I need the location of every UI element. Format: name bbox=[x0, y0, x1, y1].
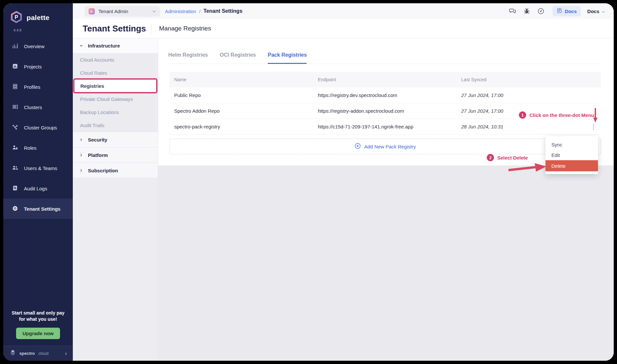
docs-dropdown-label: Docs bbox=[587, 9, 599, 14]
breadcrumb: Administration / Tenant Settings bbox=[165, 8, 242, 14]
annotation-arrow-down-icon bbox=[593, 107, 598, 125]
nav-item-private-cloud-gateways[interactable]: Private Cloud Gateways bbox=[73, 92, 158, 105]
tab-pack-registries[interactable]: Pack Registries bbox=[268, 52, 307, 64]
registry-endpoint: https://registry-addon.spectrocloud.com bbox=[318, 108, 461, 114]
brand-name: palette bbox=[27, 14, 50, 22]
cluster-groups-network-icon bbox=[12, 124, 18, 131]
table-header-row: Name Endpoint Last Synced bbox=[170, 72, 601, 87]
nav-group-platform[interactable]: Platform bbox=[73, 147, 158, 163]
tab-helm-registries[interactable]: Helm Registries bbox=[168, 52, 208, 64]
chevron-right-icon bbox=[79, 152, 83, 158]
sidebar-item-audit-logs[interactable]: Audit Logs bbox=[3, 178, 73, 199]
sidebar: P palette 4.4.9 Overview Projects Profil… bbox=[3, 3, 73, 361]
app-window: P palette 4.4.9 Overview Projects Profil… bbox=[3, 3, 614, 361]
sidebar-item-overview[interactable]: Overview bbox=[3, 36, 73, 56]
sidebar-item-users-teams[interactable]: Users & Teams bbox=[3, 158, 73, 178]
gear-icon: ⚙ bbox=[12, 205, 18, 212]
sidebar-item-projects[interactable]: Projects bbox=[3, 56, 73, 77]
plus-circle-icon bbox=[355, 143, 361, 150]
context-menu-sync[interactable]: Sync bbox=[545, 139, 598, 150]
registry-name: spectro-pack-registry bbox=[170, 124, 318, 129]
promo-line: Start small and only pay bbox=[7, 310, 69, 316]
annotation-arrow-right-icon bbox=[508, 161, 547, 173]
registry-name: Public Repo bbox=[170, 92, 318, 98]
context-menu-delete[interactable]: Delete bbox=[545, 160, 598, 171]
nav-item-label: Audit Trails bbox=[80, 123, 104, 128]
project-scope-selector[interactable]: Tenant Admin bbox=[85, 6, 160, 17]
nav-item-label: Registries bbox=[80, 83, 104, 89]
registry-endpoint: https://registry.dev.spectrocloud.com bbox=[318, 92, 461, 98]
spectro-cloud-logo-icon bbox=[9, 349, 16, 358]
column-header-endpoint: Endpoint bbox=[318, 77, 461, 82]
docs-book-icon bbox=[557, 8, 562, 14]
nav-item-cloud-accounts[interactable]: Cloud Accounts bbox=[73, 53, 158, 66]
nav-group-security[interactable]: Security bbox=[73, 132, 158, 147]
promo-line: for what you use! bbox=[7, 316, 69, 322]
chevron-down-icon bbox=[79, 43, 83, 48]
annotation-step-2: 2 Select Delete bbox=[487, 154, 528, 161]
registry-name: Spectro Addon Repo bbox=[170, 108, 318, 114]
registry-endpoint: https://c15d-71-209-197-141.ngrok-free.a… bbox=[318, 124, 461, 129]
page-title: Tenant Settings bbox=[73, 24, 151, 34]
context-menu-edit[interactable]: Edit bbox=[545, 150, 598, 160]
nav-item-label: Cloud Accounts bbox=[80, 57, 114, 63]
sidebar-item-label: Profiles bbox=[24, 84, 40, 90]
pack-registries-table: Name Endpoint Last Synced Public Repo ht… bbox=[170, 72, 601, 135]
sidebar-item-label: Tenant Settings bbox=[24, 206, 60, 212]
sidebar-item-label: Audit Logs bbox=[24, 186, 47, 191]
sidebar-item-tenant-settings[interactable]: ⚙ Tenant Settings bbox=[3, 199, 73, 219]
nav-item-audit-trails[interactable]: Audit Trails bbox=[73, 119, 158, 132]
sidebar-item-label: Projects bbox=[24, 64, 42, 69]
bug-report-icon[interactable] bbox=[522, 8, 531, 15]
feedback-chat-icon[interactable] bbox=[508, 8, 517, 15]
column-header-name: Name bbox=[170, 77, 318, 82]
nav-item-backup-locations[interactable]: Backup Locations bbox=[73, 105, 158, 119]
sidebar-item-cluster-groups[interactable]: Cluster Groups bbox=[3, 117, 73, 138]
footer-brand-light: cloud bbox=[38, 351, 49, 356]
sidebar-item-roles[interactable]: Roles bbox=[3, 138, 73, 158]
palette-hexagon-logo-icon: P bbox=[10, 10, 23, 25]
column-header-last-synced: Last Synced bbox=[461, 77, 563, 82]
audit-logs-search-doc-icon bbox=[12, 185, 18, 192]
sidebar-item-label: Roles bbox=[24, 145, 36, 151]
step-2-badge: 2 bbox=[487, 154, 494, 161]
sidebar-item-clusters[interactable]: Clusters bbox=[3, 97, 73, 117]
content-area: Infrastructure Cloud Accounts Cloud Rate… bbox=[73, 38, 614, 361]
sidebar-item-profiles[interactable]: Profiles bbox=[3, 77, 73, 97]
nav-item-cloud-rates[interactable]: Cloud Rates bbox=[73, 66, 158, 79]
nav-group-infrastructure[interactable]: Infrastructure bbox=[73, 38, 158, 53]
footer-brand: spectro bbox=[19, 351, 35, 356]
docs-button-label: Docs bbox=[565, 9, 577, 14]
add-button-label: Add New Pack Registry bbox=[364, 144, 416, 149]
docs-dropdown[interactable]: Docs bbox=[587, 9, 605, 14]
brand-logo: P palette bbox=[3, 3, 73, 25]
roles-person-lock-icon bbox=[12, 144, 18, 152]
upgrade-now-button[interactable]: Upgrade now bbox=[16, 328, 60, 339]
project-scope-label: Tenant Admin bbox=[98, 9, 128, 14]
chevron-down-icon bbox=[602, 9, 605, 14]
sidebar-item-label: Cluster Groups bbox=[24, 125, 57, 130]
step-1-badge: 1 bbox=[519, 111, 526, 119]
tab-oci-registries[interactable]: OCI Registries bbox=[220, 52, 256, 64]
chevron-right-icon bbox=[79, 137, 83, 143]
nav-group-label: Platform bbox=[88, 152, 108, 158]
nav-group-subscription[interactable]: Subscription bbox=[73, 163, 158, 178]
collapse-sidebar-icon[interactable]: ‹ bbox=[65, 350, 67, 357]
add-new-pack-registry-button[interactable]: Add New Pack Registry bbox=[170, 139, 601, 154]
nav-group-label: Infrastructure bbox=[88, 43, 120, 48]
topbar: Tenant Admin Administration / Tenant Set… bbox=[73, 3, 614, 19]
registries-panel: Helm Registries OCI Registries Pack Regi… bbox=[158, 38, 614, 361]
nav-group-label: Security bbox=[88, 137, 107, 143]
nav-item-registries-highlighted[interactable]: Registries bbox=[73, 78, 157, 93]
sidebar-item-label: Users & Teams bbox=[24, 165, 57, 171]
settings-nav: Infrastructure Cloud Accounts Cloud Rate… bbox=[73, 38, 158, 361]
breadcrumb-administration-link[interactable]: Administration bbox=[165, 9, 196, 14]
three-dot-menu-icon[interactable]: ⋮ bbox=[590, 125, 601, 129]
table-row: Public Repo https://registry.dev.spectro… bbox=[170, 87, 601, 103]
docs-panel-button[interactable]: Docs bbox=[552, 6, 581, 16]
help-compass-icon[interactable] bbox=[536, 8, 545, 15]
annotation-step-1: 1 Click on the three-dot Menu bbox=[519, 111, 594, 119]
nav-item-label: Cloud Rates bbox=[80, 70, 107, 76]
page-header: Tenant Settings Manage Registries bbox=[73, 19, 614, 38]
app-version: 4.4.9 bbox=[13, 28, 73, 32]
